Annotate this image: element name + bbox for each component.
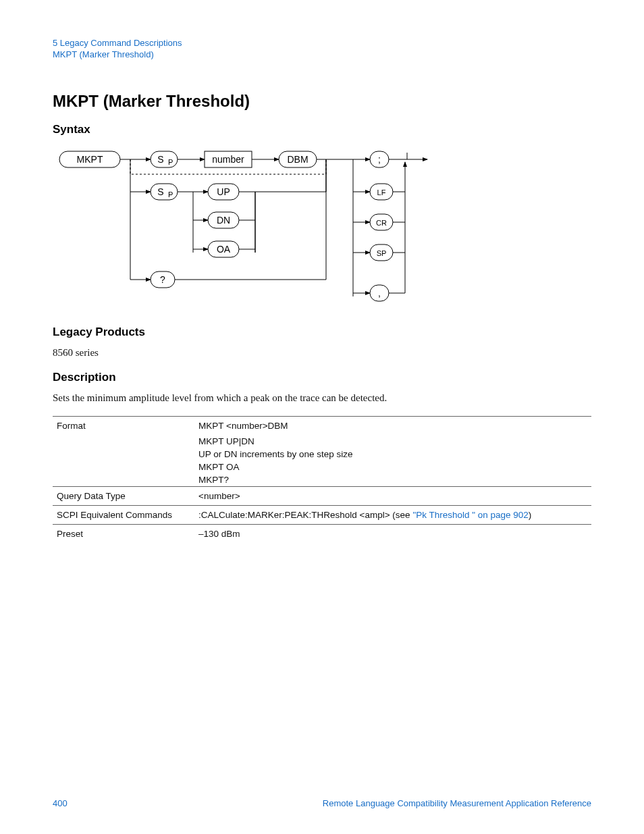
cell-label: Query Data Type <box>53 487 194 506</box>
cell-value: MKPT UP|DN <box>194 435 591 448</box>
node-sp1: S <box>157 154 163 165</box>
node-cr: CR <box>376 219 387 227</box>
table-row: SCPI Equivalent Commands :CALCulate:MARK… <box>53 506 591 525</box>
cell-label <box>53 448 194 461</box>
page-footer: 400 Remote Language Compatibility Measur… <box>53 798 591 808</box>
cell-label: SCPI Equivalent Commands <box>53 506 194 525</box>
breadcrumb-topic: MKPT (Marker Threshold) <box>53 49 591 59</box>
svg-rect-14 <box>151 184 178 200</box>
svg-rect-2 <box>151 151 178 167</box>
cell-value: :CALCulate:MARKer:PEAK:THReshold <ampl> … <box>194 506 591 525</box>
cell-value: MKPT? <box>194 473 591 487</box>
table-row: Format MKPT <number>DBM <box>53 417 591 436</box>
footer-page-number: 400 <box>53 798 68 808</box>
cell-label <box>53 461 194 473</box>
node-sp2-sub: P <box>168 190 173 199</box>
cell-value: MKPT <number>DBM <box>194 417 591 436</box>
cell-value: UP or DN increments by one step size <box>194 448 591 461</box>
page-title: MKPT (Marker Threshold) <box>53 92 591 111</box>
legacy-products-text: 8560 series <box>53 347 591 359</box>
node-oa: OA <box>217 244 231 255</box>
node-query: ? <box>160 274 165 285</box>
cell-label <box>53 473 194 487</box>
section-syntax-heading: Syntax <box>53 123 591 136</box>
table-row: MKPT UP|DN <box>53 435 591 448</box>
table-row: MKPT? <box>53 473 591 487</box>
table-row: Preset –130 dBm <box>53 525 591 544</box>
cell-label: Format <box>53 417 194 436</box>
cell-value: <number> <box>194 487 591 506</box>
node-sp2: S <box>157 186 163 197</box>
description-text: Sets the minimum amplitude level from wh… <box>53 392 591 404</box>
node-semicolon: ; <box>378 154 381 165</box>
scpi-prefix: :CALCulate:MARKer:PEAK:THReshold <ampl> … <box>198 510 412 520</box>
node-number: number <box>212 154 244 165</box>
cell-label <box>53 435 194 448</box>
node-spterm: SP <box>377 249 387 257</box>
table-row: Query Data Type <number> <box>53 487 591 506</box>
footer-reference: Remote Language Compatibility Measuremen… <box>323 798 591 808</box>
spec-table: Format MKPT <number>DBM MKPT UP|DN UP or… <box>53 416 591 543</box>
node-up: UP <box>217 186 230 197</box>
node-dbm: DBM <box>287 154 308 165</box>
section-legacy-heading: Legacy Products <box>53 325 591 339</box>
cell-label: Preset <box>53 525 194 544</box>
node-dn: DN <box>217 215 230 226</box>
cell-value: –130 dBm <box>194 525 591 544</box>
breadcrumb-chapter: 5 Legacy Command Descriptions <box>53 38 591 48</box>
section-description-heading: Description <box>53 371 591 384</box>
table-row: MKPT OA <box>53 461 591 473</box>
scpi-suffix: ) <box>529 510 532 520</box>
node-sp1-sub: P <box>168 158 173 166</box>
link-pk-threshold[interactable]: "Pk Threshold " on page 902 <box>412 510 528 520</box>
cell-value: MKPT OA <box>194 461 591 473</box>
node-lf: LF <box>377 188 386 197</box>
table-row: UP or DN increments by one step size <box>53 448 591 461</box>
node-mkpt: MKPT <box>77 154 103 165</box>
node-comma: , <box>378 288 381 298</box>
syntax-diagram: MKPT S P number DBM ; <box>53 145 431 313</box>
